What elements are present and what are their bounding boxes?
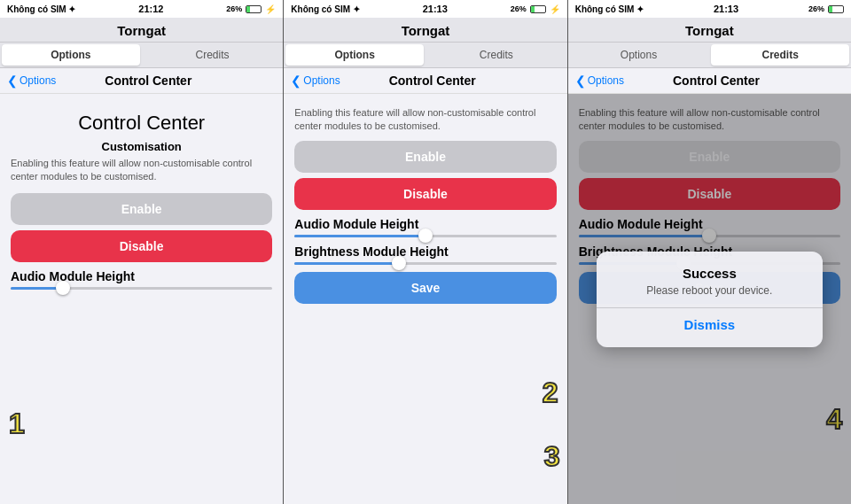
audio-slider-thumb-2[interactable] (418, 229, 433, 243)
modal-title: Success (614, 266, 805, 281)
subtitle-1: Customisation (11, 140, 272, 153)
content-2: Enabling this feature will allow non-cus… (284, 94, 566, 504)
status-right-1: 26% ⚡ (226, 4, 276, 14)
desc-1: Enabling this feature will allow non-cus… (11, 157, 272, 184)
audio-slider-track-1[interactable] (11, 287, 272, 290)
status-left-2: Không có SIM ✦ (291, 4, 359, 14)
nav-bar-3: ❮ Options Control Center (568, 68, 851, 94)
time-1: 21:12 (138, 4, 163, 14)
battery-pct-1: 26% (226, 4, 242, 13)
chevron-icon-2: ❮ (291, 74, 301, 88)
nav-back-2[interactable]: ❮ Options (291, 74, 340, 88)
audio-slider-track-2[interactable] (294, 235, 556, 237)
enable-button-1[interactable]: Enable (11, 193, 272, 225)
battery-icon-3 (828, 5, 844, 13)
status-bar-3: Không có SIM ✦ 21:13 26% (568, 0, 851, 18)
phone-panel-3: Không có SIM ✦ 21:13 26% Torngat Options… (568, 0, 851, 504)
app-title-2: Torngat (284, 18, 566, 43)
tab-credits-3[interactable]: Credits (711, 44, 849, 66)
app-title-1: Torngat (0, 18, 283, 43)
status-left-3: Không có SIM ✦ (575, 4, 644, 14)
nav-bar-2: ❮ Options Control Center (284, 68, 566, 94)
phone-panel-1: Không có SIM ✦ 21:12 26% ⚡ Torngat Optio… (0, 0, 284, 504)
audio-slider-section-1: Audio Module Height (11, 269, 272, 290)
battery-pct-2: 26% (511, 4, 527, 13)
nav-bar-1: ❮ Options Control Center (0, 68, 283, 94)
sim-status-2: Không có SIM ✦ (291, 4, 359, 14)
dismiss-button[interactable]: Dismiss (614, 308, 805, 332)
save-button-2[interactable]: Save (294, 272, 556, 304)
time-3: 21:13 (714, 4, 738, 14)
lightning-icon-1: ⚡ (265, 4, 276, 14)
nav-title-2: Control Center (340, 74, 525, 88)
disable-button-2[interactable]: Disable (294, 178, 556, 210)
nav-back-3[interactable]: ❮ Options (575, 74, 624, 88)
audio-slider-section-2: Audio Module Height (294, 217, 556, 237)
time-2: 21:13 (423, 4, 448, 14)
status-left-1: Không có SIM ✦ (7, 4, 75, 14)
sim-status-3: Không có SIM ✦ (575, 4, 644, 14)
audio-slider-label-1: Audio Module Height (11, 269, 272, 283)
content-1: Control Center Customisation Enabling th… (0, 94, 283, 504)
chevron-icon-1: ❮ (7, 74, 18, 88)
battery-pct-3: 26% (808, 4, 824, 13)
brightness-slider-track-2[interactable] (294, 262, 556, 265)
nav-title-3: Control Center (624, 74, 808, 88)
tab-bar-1: Options Credits (0, 43, 283, 68)
disable-button-1[interactable]: Disable (11, 230, 272, 262)
enable-button-2[interactable]: Enable (294, 141, 556, 173)
step-badge-2: 2 (543, 378, 558, 407)
brightness-slider-label-2: Brightness Module Height (294, 244, 556, 259)
content-3: Enabling this feature will allow non-cus… (568, 94, 851, 504)
chevron-icon-3: ❮ (575, 74, 586, 88)
tab-options-1[interactable]: Options (2, 44, 140, 66)
brightness-slider-fill-2 (294, 262, 399, 265)
tab-bar-3: Options Credits (568, 43, 851, 68)
modal-message: Please reboot your device. (614, 284, 805, 297)
tab-credits-1[interactable]: Credits (144, 44, 282, 66)
status-bar-1: Không có SIM ✦ 21:12 26% ⚡ (0, 0, 283, 18)
audio-slider-fill-2 (294, 235, 426, 237)
battery-icon-2 (530, 5, 546, 13)
tab-options-3[interactable]: Options (570, 44, 708, 66)
status-bar-2: Không có SIM ✦ 21:13 26% ⚡ (284, 0, 566, 18)
success-modal: Success Please reboot your device. Dismi… (597, 252, 823, 347)
app-title-3: Torngat (568, 18, 851, 43)
nav-title-1: Control Center (56, 74, 240, 88)
info-text-2: Enabling this feature will allow non-cus… (294, 106, 556, 134)
brightness-slider-thumb-2[interactable] (392, 256, 406, 270)
status-right-2: 26% ⚡ (511, 4, 560, 14)
audio-slider-thumb-1[interactable] (56, 281, 70, 295)
tab-options-2[interactable]: Options (285, 44, 424, 66)
brightness-slider-section-2: Brightness Module Height (294, 244, 556, 265)
nav-back-1[interactable]: ❮ Options (7, 74, 56, 88)
phone-panel-2: Không có SIM ✦ 21:13 26% ⚡ Torngat Optio… (284, 0, 567, 504)
lightning-icon-2: ⚡ (550, 4, 560, 14)
sim-status-1: Không có SIM ✦ (7, 4, 75, 14)
tab-credits-2[interactable]: Credits (427, 44, 566, 66)
step-badge-1: 1 (9, 409, 25, 438)
battery-icon-1 (246, 5, 262, 13)
modal-overlay: Success Please reboot your device. Dismi… (568, 94, 851, 504)
tab-bar-2: Options Credits (284, 43, 566, 68)
status-right-3: 26% (808, 4, 844, 13)
title-large-1: Control Center (11, 112, 272, 135)
step-badge-3: 3 (544, 442, 560, 470)
